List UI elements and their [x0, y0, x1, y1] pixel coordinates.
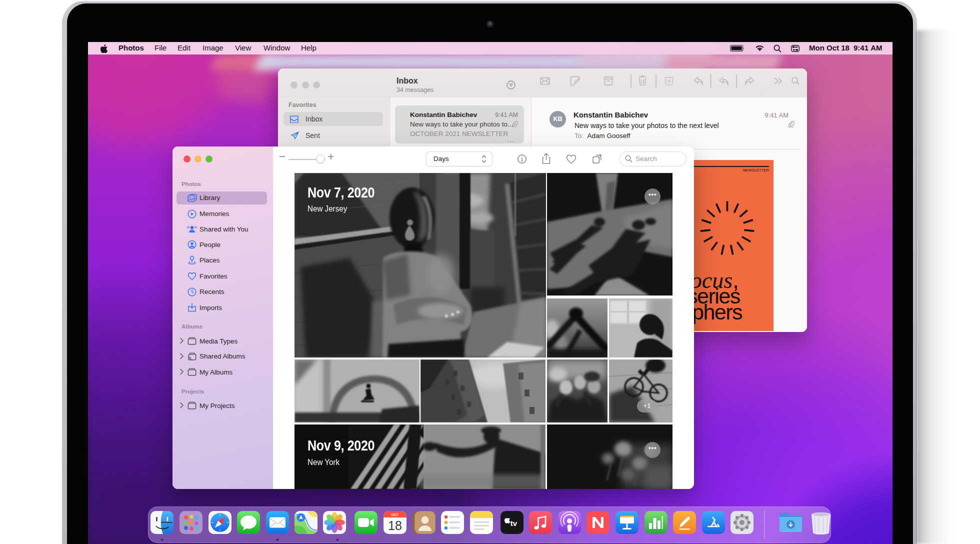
- svg-text:tv: tv: [510, 519, 518, 528]
- svg-text:OCT: OCT: [392, 513, 400, 516]
- svg-text:18: 18: [388, 518, 402, 532]
